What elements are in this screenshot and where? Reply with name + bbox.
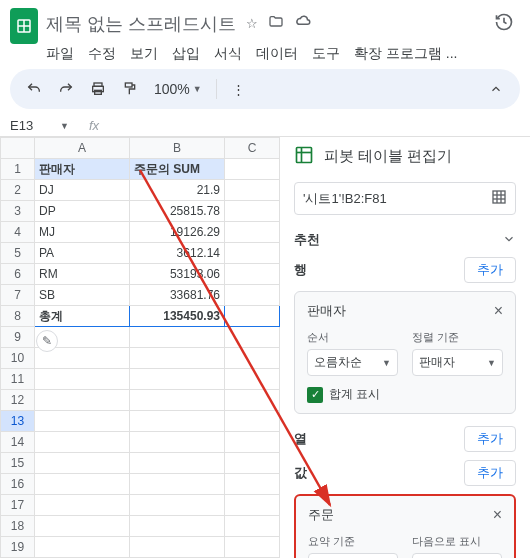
pivot-total-label[interactable]: 총계 xyxy=(35,306,130,327)
order-label: 순서 xyxy=(307,330,398,345)
svg-rect-10 xyxy=(493,191,505,203)
table-row[interactable]: DJ xyxy=(35,180,130,201)
menu-tools[interactable]: 도구 xyxy=(312,45,340,63)
history-icon[interactable] xyxy=(488,6,520,41)
show-totals-checkbox[interactable]: ✓ xyxy=(307,387,323,403)
expand-suggestions-icon[interactable] xyxy=(502,232,516,249)
grid-select-icon[interactable] xyxy=(491,189,507,208)
summarize-select[interactable]: SUM▼ xyxy=(308,553,398,558)
table-row[interactable]: PA xyxy=(35,243,130,264)
menu-view[interactable]: 보기 xyxy=(130,45,158,63)
menu-edit[interactable]: 수정 xyxy=(88,45,116,63)
cloud-status-icon[interactable] xyxy=(294,13,312,34)
table-row[interactable]: DP xyxy=(35,201,130,222)
col-header-c[interactable]: C xyxy=(225,138,280,159)
order-select[interactable]: 오름차순▼ xyxy=(307,349,398,376)
pivot-edit-button[interactable]: ✎ xyxy=(36,330,58,352)
columns-label: 열 xyxy=(294,430,307,448)
pivot-icon xyxy=(294,145,314,168)
name-box-dropdown-icon[interactable]: ▼ xyxy=(60,121,69,131)
menu-file[interactable]: 파일 xyxy=(46,45,74,63)
star-icon[interactable]: ☆ xyxy=(246,16,258,31)
menu-data[interactable]: 데이터 xyxy=(256,45,298,63)
col-header-a[interactable]: A xyxy=(35,138,130,159)
table-row[interactable]: RM xyxy=(35,264,130,285)
pivot-header-seller[interactable]: 판매자 xyxy=(35,159,130,180)
summarize-label: 요약 기준 xyxy=(308,534,398,549)
menu-extensions[interactable]: 확장 프로그램 ... xyxy=(354,45,457,63)
svg-rect-5 xyxy=(95,90,102,94)
add-column-button[interactable]: 추가 xyxy=(464,426,516,452)
undo-button[interactable] xyxy=(20,75,48,103)
more-button[interactable]: ⋮ xyxy=(225,75,253,103)
value-field-title: 주문 xyxy=(308,506,334,524)
show-totals-label: 합계 표시 xyxy=(329,386,380,403)
showas-label: 다음으로 표시 xyxy=(412,534,502,549)
doc-title[interactable]: 제목 없는 스프레드시트 xyxy=(46,12,236,36)
suggest-label: 추천 xyxy=(294,231,320,249)
menu-format[interactable]: 서식 xyxy=(214,45,242,63)
row-field-title: 판매자 xyxy=(307,302,346,320)
values-label: 값 xyxy=(294,464,307,482)
table-row[interactable]: SB xyxy=(35,285,130,306)
paint-format-button[interactable] xyxy=(116,75,144,103)
add-row-button[interactable]: 추가 xyxy=(464,257,516,283)
collapse-toolbar-button[interactable] xyxy=(482,75,510,103)
pivot-header-sum[interactable]: 주문의 SUM xyxy=(130,159,225,180)
pivot-total-value[interactable]: 135450.93 xyxy=(130,306,225,327)
menu-bar: 파일 수정 보기 삽입 서식 데이터 도구 확장 프로그램 ... xyxy=(46,45,520,63)
rows-label: 행 xyxy=(294,261,307,279)
fx-icon: fx xyxy=(89,118,99,133)
pivot-editor-panel: 피봇 테이블 편집기 '시트1'!B2:F81 추천 행 추가 판매자 × 순서… xyxy=(280,137,530,558)
zoom-select[interactable]: 100%▼ xyxy=(148,81,208,97)
toolbar: 100%▼ ⋮ xyxy=(10,69,520,109)
redo-button[interactable] xyxy=(52,75,80,103)
move-folder-icon[interactable] xyxy=(268,14,284,33)
menu-insert[interactable]: 삽입 xyxy=(172,45,200,63)
close-icon[interactable]: × xyxy=(494,302,503,320)
spreadsheet-grid[interactable]: A B C 1판매자주문의 SUM 2DJ21.9 3DP25815.78 4M… xyxy=(0,137,280,558)
showas-select[interactable]: 기본값▼ xyxy=(412,553,502,558)
table-row[interactable]: MJ xyxy=(35,222,130,243)
data-range-input[interactable]: '시트1'!B2:F81 xyxy=(294,182,516,215)
close-icon[interactable]: × xyxy=(493,506,502,524)
sortby-select[interactable]: 판매자▼ xyxy=(412,349,503,376)
name-box[interactable]: E13 xyxy=(10,118,60,133)
svg-rect-6 xyxy=(125,83,132,87)
sheets-logo xyxy=(10,8,38,44)
zoom-value: 100% xyxy=(154,81,190,97)
value-field-card: 주문 × 요약 기준 SUM▼ 다음으로 표시 기본값▼ xyxy=(294,494,516,558)
panel-title: 피봇 테이블 편집기 xyxy=(324,147,452,166)
sortby-label: 정렬 기준 xyxy=(412,330,503,345)
print-button[interactable] xyxy=(84,75,112,103)
svg-rect-7 xyxy=(297,148,312,163)
col-header-b[interactable]: B xyxy=(130,138,225,159)
range-text: '시트1'!B2:F81 xyxy=(303,190,491,208)
row-field-card: 판매자 × 순서 오름차순▼ 정렬 기준 판매자▼ ✓ 합계 표시 xyxy=(294,291,516,414)
add-value-button[interactable]: 추가 xyxy=(464,460,516,486)
